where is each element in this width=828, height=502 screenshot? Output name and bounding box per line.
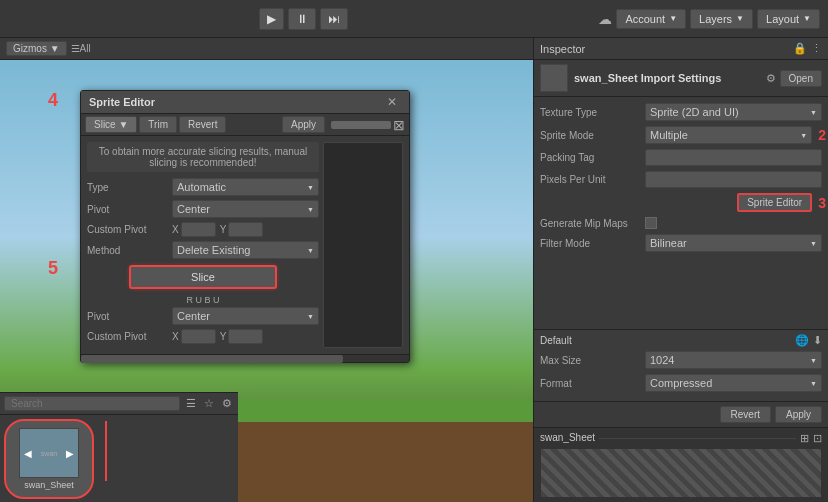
modal-content: To obtain more accurate slicing results,… — [81, 136, 409, 354]
pixels-per-unit-label: Pixels Per Unit — [540, 174, 645, 185]
filter-mode-row: Filter Mode Bilinear — [540, 234, 822, 252]
max-size-label: Max Size — [540, 355, 645, 366]
generate-mip-checkbox[interactable] — [645, 217, 657, 229]
format-label: Format — [540, 378, 645, 389]
download-icon[interactable]: ⬇ — [813, 334, 822, 347]
play-left-icon: ◀ — [24, 448, 32, 459]
inspector-panel: Inspector 🔒 ⋮ swan_Sheet Import Settings… — [533, 38, 828, 502]
swan-sheet-sprite: swan — [41, 450, 57, 457]
gizmos-button[interactable]: Gizmos ▼ — [6, 41, 67, 56]
modal-preview-panel — [323, 142, 403, 348]
annotation-2: 2 — [818, 127, 826, 143]
pivot2-dropdown[interactable]: Center — [172, 307, 319, 325]
inspector-bottom: swan_Sheet ⊞ ⊡ — [534, 427, 828, 502]
inspector-title: Inspector — [540, 43, 585, 55]
file-name: swan_Sheet Import Settings — [574, 72, 721, 84]
modal-title-bar: Sprite Editor ✕ — [81, 91, 409, 114]
toolbar-right: ☁ Account Layers Layout — [598, 9, 820, 29]
custom2-pivot-y[interactable]: 0.5 — [228, 329, 263, 344]
bottom-toolbar: ☰ ☆ ⚙ — [0, 393, 238, 415]
texture-type-dropdown[interactable]: Sprite (2D and UI) — [645, 103, 822, 121]
filter-mode-dropdown[interactable]: Bilinear — [645, 234, 822, 252]
inspector-actions: Revert Apply — [534, 401, 828, 427]
platform-title: Default — [540, 335, 572, 346]
pivot2-field-row: Pivot Center — [87, 307, 319, 325]
pixels-per-unit-input[interactable]: 100 — [645, 171, 822, 188]
main-area: Gizmos ▼ ☰All Sprite Editor ✕ Slice ▼ Tr… — [0, 38, 828, 502]
slice-button[interactable]: Slice — [129, 265, 277, 289]
scene-all-label: ☰All — [71, 43, 91, 54]
method-dropdown[interactable]: Delete Existing — [172, 241, 319, 259]
modal-title: Sprite Editor — [89, 96, 155, 108]
play-button[interactable]: ▶ — [259, 8, 284, 30]
asset-icon: ◀ swan ▶ — [19, 428, 79, 478]
max-size-row: Max Size 1024 — [540, 351, 822, 369]
packing-tag-row: Packing Tag — [540, 149, 822, 166]
inspector-file-header: swan_Sheet Import Settings ⚙ Open — [534, 60, 828, 97]
swan-sheet-asset[interactable]: ◀ swan ▶ swan_Sheet — [4, 419, 94, 499]
sprite-editor-button[interactable]: Sprite Editor — [737, 193, 812, 212]
asset-star-btn[interactable]: ☆ — [202, 396, 216, 411]
step-button[interactable]: ⏭ — [320, 8, 348, 30]
custom-pivot-x[interactable]: 0 — [181, 222, 216, 237]
format-dropdown[interactable]: Compressed — [645, 374, 822, 392]
layers-dropdown[interactable]: Layers — [690, 9, 753, 29]
account-dropdown[interactable]: Account — [616, 9, 686, 29]
method-label: Method — [87, 245, 172, 256]
texture-type-row: Texture Type Sprite (2D and UI) — [540, 103, 822, 121]
search-input[interactable] — [4, 396, 180, 411]
scene-toolbar: Gizmos ▼ ☰All — [0, 38, 533, 60]
format-row: Format Compressed — [540, 374, 822, 392]
packing-tag-input[interactable] — [645, 149, 822, 166]
custom2-pivot-field-row: Custom Pivot X0.5 Y0.5 — [87, 329, 319, 344]
inspector-header: Inspector 🔒 ⋮ — [534, 38, 828, 60]
file-icon — [540, 64, 568, 92]
custom-pivot-xy: X0 Y0 — [172, 222, 263, 237]
bottom-icon2[interactable]: ⊡ — [813, 432, 822, 445]
max-size-dropdown[interactable]: 1024 — [645, 351, 822, 369]
type-label: Type — [87, 182, 172, 193]
inspector-more-icon[interactable]: ⋮ — [811, 42, 822, 55]
globe-icon[interactable]: 🌐 — [795, 334, 809, 347]
bottom-icon1[interactable]: ⊞ — [800, 432, 809, 445]
modal-scrollbar[interactable] — [81, 354, 409, 362]
inspector-gear-icon[interactable]: ⚙ — [766, 72, 776, 85]
inspector-lock-icon[interactable]: 🔒 — [793, 42, 807, 55]
modal-left-panel: To obtain more accurate slicing results,… — [87, 142, 319, 348]
tab-trim[interactable]: Trim — [139, 116, 177, 133]
filter-mode-label: Filter Mode — [540, 238, 645, 249]
modal-close-button[interactable]: ✕ — [383, 95, 401, 109]
pause-button[interactable]: ⏸ — [288, 8, 316, 30]
modal-apply-button[interactable]: Apply — [282, 116, 325, 133]
type-dropdown[interactable]: Automatic — [172, 178, 319, 196]
tab-slice[interactable]: Slice ▼ — [85, 116, 137, 133]
custom2-pivot-x[interactable]: 0.5 — [181, 329, 216, 344]
asset-name: swan_Sheet — [24, 480, 74, 490]
sprite-editor-row: Sprite Editor 3 — [540, 193, 822, 212]
scene-view: Gizmos ▼ ☰All Sprite Editor ✕ Slice ▼ Tr… — [0, 38, 533, 502]
inspector-icons: 🔒 ⋮ — [793, 42, 822, 55]
modal-tabs: Slice ▼ Trim Revert Apply ⊠ — [81, 114, 409, 136]
sprite-preview-image — [540, 448, 822, 498]
pivot-label: Pivot — [87, 204, 172, 215]
revert-button[interactable]: Revert — [720, 406, 771, 423]
layout-dropdown[interactable]: Layout — [757, 9, 820, 29]
sprite-mode-label: Sprite Mode — [540, 130, 645, 141]
asset-settings-btn[interactable]: ⚙ — [220, 396, 234, 411]
modal-scrollbar-thumb[interactable] — [81, 355, 343, 363]
cloud-icon: ☁ — [598, 11, 612, 27]
open-button[interactable]: Open — [780, 70, 822, 87]
asset-filter-btn[interactable]: ☰ — [184, 396, 198, 411]
annotation-3: 3 — [818, 195, 826, 211]
annotation-4: 4 — [48, 90, 58, 111]
inspector-platform: Default 🌐 ⬇ Max Size 1024 Format — [534, 329, 828, 401]
expand-icon[interactable]: ⊠ — [393, 117, 405, 133]
sprite-mode-dropdown[interactable]: Multiple — [645, 126, 812, 144]
playback-controls: ▶ ⏸ ⏭ — [259, 8, 348, 30]
apply-button[interactable]: Apply — [775, 406, 822, 423]
inspector-settings: Texture Type Sprite (2D and UI) Sprite M… — [534, 97, 828, 329]
swan-sheet-label: swan_Sheet — [540, 432, 595, 443]
custom-pivot-y[interactable]: 0 — [228, 222, 263, 237]
tab-revert[interactable]: Revert — [179, 116, 226, 133]
pivot-dropdown[interactable]: Center — [172, 200, 319, 218]
